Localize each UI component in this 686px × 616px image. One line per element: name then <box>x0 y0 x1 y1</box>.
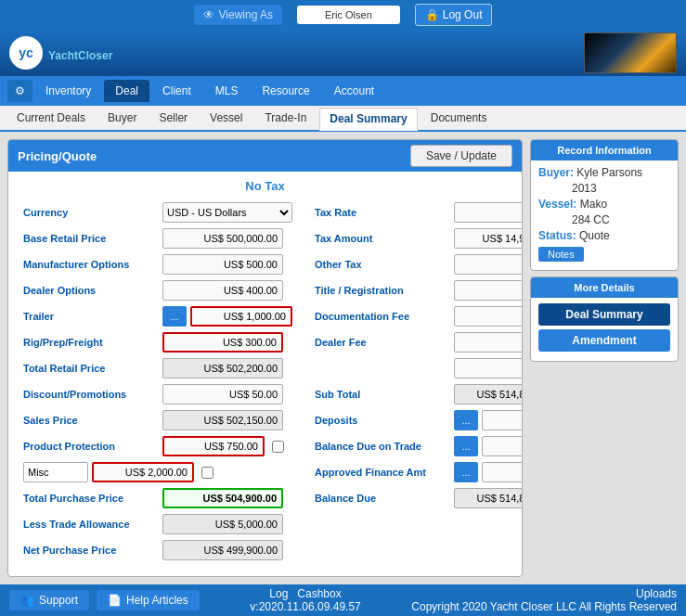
nav-client[interactable]: Client <box>151 80 202 102</box>
nav-mls[interactable]: MLS <box>204 80 250 102</box>
subnav-vessel[interactable]: Vessel <box>201 108 252 128</box>
sub-nav: Current Deals Buyer Seller Vessel Trade-… <box>0 106 686 132</box>
total-retail-label: Total Retail Price <box>23 363 162 374</box>
total-purchase-input[interactable] <box>162 488 283 508</box>
sales-price-input[interactable] <box>162 410 283 430</box>
deposits-row: Deposits ... <box>315 410 522 430</box>
logo-text: YachtCloser <box>48 43 112 64</box>
subnav-trade-in[interactable]: Trade-In <box>255 108 316 128</box>
current-user: Eric Olsen <box>297 6 400 24</box>
trailer-btn[interactable]: ... <box>162 306 187 327</box>
deposits-btn[interactable]: ... <box>454 410 478 430</box>
balance-trade-row: Balance Due on Trade ... <box>315 436 522 456</box>
nav-account[interactable]: Account <box>323 80 385 102</box>
dealer-fee-input[interactable] <box>454 332 522 353</box>
mfr-options-input[interactable] <box>162 254 283 275</box>
product-protection-checkbox[interactable] <box>272 441 284 453</box>
dealer-options-input[interactable] <box>162 280 283 301</box>
finance-input[interactable] <box>482 462 522 482</box>
nav-inventory[interactable]: Inventory <box>34 80 102 102</box>
bottom-center: Log Cashbox v:2020.11.06.09.49.57 <box>250 587 360 613</box>
trailer-input[interactable] <box>190 306 292 327</box>
rig-row: Rig/Prep/Freight <box>23 332 292 353</box>
net-purchase-input[interactable] <box>162 540 283 560</box>
settings-nav-item[interactable]: ⚙ <box>7 80 32 102</box>
rig-input[interactable] <box>162 332 283 353</box>
product-protection-label: Product Protection <box>23 441 162 452</box>
base-retail-input[interactable] <box>162 228 283 249</box>
eye-icon: 👁 <box>203 8 214 21</box>
balance-due-row: Balance Due <box>315 488 522 508</box>
vessel-row: Vessel: Mako <box>538 198 670 211</box>
more-details-header: More Details <box>531 277 678 298</box>
total-purchase-row: Total Purchase Price <box>23 488 292 508</box>
nav-resource[interactable]: Resource <box>251 80 320 102</box>
save-update-button[interactable]: Save / Update <box>410 145 512 167</box>
discount-input[interactable] <box>162 384 283 404</box>
viewing-as-label: 👁 Viewing As <box>194 5 282 25</box>
title-reg-row: Title / Registration <box>315 280 522 301</box>
buyer-row: Buyer: Kyle Parsons <box>538 166 670 179</box>
doc-fee-input[interactable] <box>454 306 522 327</box>
total-retail-row: Total Retail Price <box>23 358 292 379</box>
doc-fee-row: Documentation Fee <box>315 306 522 327</box>
balance-trade-btn[interactable]: ... <box>454 436 478 456</box>
nav-deal[interactable]: Deal <box>104 80 149 102</box>
dealer-fee-row: Dealer Fee <box>315 332 522 353</box>
sales-price-label: Sales Price <box>23 415 162 426</box>
other-tax-input[interactable] <box>454 254 522 275</box>
currency-select[interactable]: USD - US Dollars <box>162 202 292 223</box>
buyer-value: Kyle Parsons <box>576 166 642 179</box>
logout-button[interactable]: 🔒 Log Out <box>415 4 493 26</box>
product-protection-input[interactable] <box>162 436 265 456</box>
total-retail-input[interactable] <box>162 358 283 379</box>
misc-checkbox[interactable] <box>201 467 214 479</box>
deposits-label: Deposits <box>315 415 454 426</box>
base-retail-row: Base Retail Price <box>23 228 292 249</box>
no-tax-label: No Tax <box>23 179 507 193</box>
version-label: v:2020.11.06.09.49.57 <box>250 600 360 613</box>
notes-button[interactable]: Notes <box>538 247 584 262</box>
content-area: Pricing/Quote Save / Update No Tax Curre… <box>0 132 686 584</box>
misc-label-input[interactable] <box>23 462 88 482</box>
log-cashbox: Log Cashbox <box>250 587 360 600</box>
sub-total-input[interactable] <box>454 384 522 404</box>
finance-btn[interactable]: ... <box>454 462 478 482</box>
support-button[interactable]: 👥 Support <box>9 590 89 610</box>
balance-due-input[interactable] <box>454 488 522 508</box>
tax-amount-input[interactable] <box>454 228 522 249</box>
subnav-documents[interactable]: Documents <box>421 108 497 128</box>
panel-body: No Tax Currency USD - US Dollars Base Re… <box>8 172 522 577</box>
bottom-bar: 👥 Support 📄 Help Articles Log Cashbox v:… <box>0 584 686 616</box>
doc-fee-label: Documentation Fee <box>315 311 454 322</box>
less-trade-input[interactable] <box>162 514 283 534</box>
right-sidebar: Record Information Buyer: Kyle Parsons 2… <box>530 139 679 577</box>
currency-label: Currency <box>23 207 162 218</box>
balance-trade-input[interactable] <box>482 436 522 456</box>
dealer-fee-label: Dealer Fee <box>315 337 454 348</box>
finance-label: Approved Finance Amt <box>315 467 454 478</box>
amendment-button[interactable]: Amendment <box>538 329 670 352</box>
subnav-deal-summary[interactable]: Deal Summary <box>319 108 417 131</box>
subnav-current-deals[interactable]: Current Deals <box>7 108 95 128</box>
misc-value-input[interactable] <box>92 462 194 482</box>
net-purchase-row: Net Purchase Price <box>23 540 292 560</box>
other-tax-label: Other Tax <box>315 259 454 270</box>
subnav-seller[interactable]: Seller <box>149 108 197 128</box>
deal-summary-button[interactable]: Deal Summary <box>538 303 670 326</box>
subnav-buyer[interactable]: Buyer <box>98 108 146 128</box>
logo-circle: yc <box>9 36 43 70</box>
tax-rate-input[interactable] <box>454 202 522 223</box>
trailer-row: Trailer ... <box>23 306 292 327</box>
deposits-input[interactable] <box>482 410 522 430</box>
title-reg-input[interactable] <box>454 280 522 301</box>
help-articles-button[interactable]: 📄 Help Articles <box>97 590 200 610</box>
product-protection-row: Product Protection <box>23 436 292 456</box>
less-trade-row: Less Trade Allowance <box>23 514 292 534</box>
extra-input[interactable] <box>454 358 522 379</box>
buyer-label: Buyer: <box>538 166 574 179</box>
mfr-options-label: Manufacturer Options <box>23 259 162 270</box>
misc-row <box>23 462 292 482</box>
sub-total-row: Sub Total <box>315 384 522 404</box>
less-trade-label: Less Trade Allowance <box>23 519 162 530</box>
